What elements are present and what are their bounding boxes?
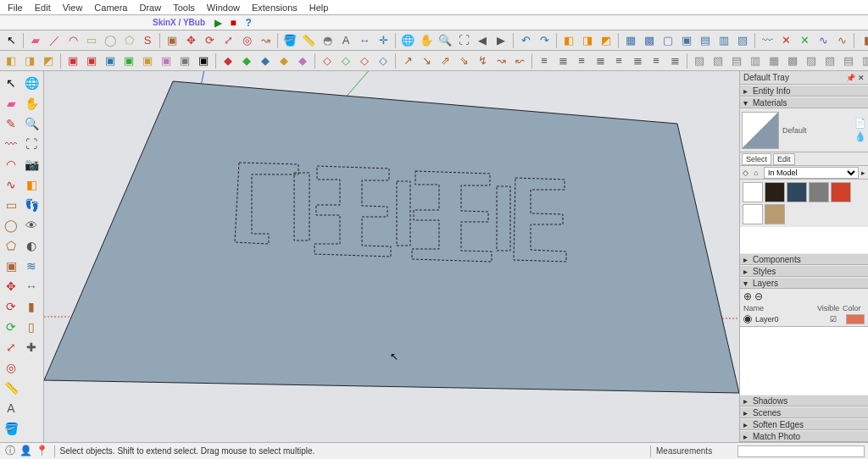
pushpull-tool-icon[interactable]: ▣ bbox=[2, 257, 20, 275]
xray-icon[interactable]: ▦ bbox=[622, 32, 639, 49]
book1-icon[interactable]: ▮ bbox=[858, 32, 868, 49]
section-components[interactable]: ▸ Components bbox=[740, 253, 868, 265]
text-tool-icon[interactable]: A bbox=[2, 399, 20, 418]
grp9-icon[interactable]: ◇ bbox=[375, 53, 392, 69]
dim-tool-icon[interactable]: ↔ bbox=[22, 277, 41, 296]
material-eyedropper-icon[interactable]: 💧 bbox=[854, 131, 866, 143]
tab-select[interactable]: Select bbox=[742, 153, 771, 165]
pan-tool-icon[interactable]: ✋ bbox=[22, 94, 41, 113]
plug5-icon[interactable]: ▣ bbox=[139, 53, 156, 69]
viewport-3d[interactable]: ↖ bbox=[44, 71, 739, 442]
cut-red-icon[interactable]: ✕ bbox=[777, 32, 794, 49]
plug2-icon[interactable]: ▣ bbox=[83, 53, 100, 69]
section-match-photo[interactable]: ▸ Match Photo bbox=[740, 430, 868, 442]
zoom-icon[interactable]: 🔍 bbox=[437, 32, 453, 49]
align1-icon[interactable]: ≡ bbox=[536, 53, 553, 69]
hatch9-icon[interactable]: ▤ bbox=[840, 53, 857, 69]
align4-icon[interactable]: ≣ bbox=[592, 53, 609, 69]
gray-swatch[interactable] bbox=[809, 182, 829, 202]
section-shadows[interactable]: ▸ Shadows bbox=[740, 395, 868, 406]
rect-tool-icon[interactable]: ▭ bbox=[2, 196, 20, 214]
walk-tool-icon[interactable]: 👣 bbox=[22, 196, 41, 214]
section-tool-icon[interactable]: ◧ bbox=[22, 175, 41, 194]
align7-icon[interactable]: ≡ bbox=[648, 53, 665, 69]
select-tool-icon[interactable]: ↖ bbox=[2, 74, 20, 92]
section-cut-icon[interactable]: ◩ bbox=[598, 32, 615, 49]
geo-icon[interactable]: 📍 bbox=[36, 444, 49, 457]
layer-add-icon[interactable]: ⊕ bbox=[743, 290, 752, 302]
pencil-tool-icon[interactable]: ✎ bbox=[2, 114, 20, 133]
follow-tool-icon[interactable]: ⟳ bbox=[2, 318, 20, 336]
fog-tool-icon[interactable]: ≋ bbox=[22, 257, 41, 275]
redo-icon[interactable]: ↷ bbox=[536, 32, 553, 49]
move-tool-icon[interactable]: ✥ bbox=[2, 277, 20, 296]
orbit-icon[interactable]: 🌐 bbox=[399, 32, 416, 49]
backedges-icon[interactable]: ▩ bbox=[641, 32, 658, 49]
section-scenes[interactable]: ▸ Scenes bbox=[740, 406, 868, 418]
path7-icon[interactable]: ↜ bbox=[511, 53, 528, 69]
weld-icon[interactable]: ∿ bbox=[815, 32, 832, 49]
white2-swatch[interactable] bbox=[743, 204, 763, 224]
path1-icon[interactable]: ↗ bbox=[399, 53, 416, 69]
circle-icon[interactable]: ◯ bbox=[102, 32, 119, 49]
grp2-icon[interactable]: ◆ bbox=[238, 53, 255, 69]
shaded-icon[interactable]: ▤ bbox=[697, 32, 714, 49]
followme-icon[interactable]: ↝ bbox=[257, 32, 274, 49]
profile2-tool-icon[interactable]: ▯ bbox=[22, 318, 41, 336]
hatch3-icon[interactable]: ▤ bbox=[728, 53, 745, 69]
red-swatch[interactable] bbox=[831, 182, 851, 202]
layer-visible-checkbox[interactable]: ☑ bbox=[821, 315, 846, 324]
section-soften[interactable]: ▸ Soften Edges bbox=[740, 418, 868, 430]
materials-scope-select[interactable]: In Model bbox=[764, 167, 859, 179]
scale-icon[interactable]: ⤢ bbox=[220, 32, 236, 49]
section-entity-info[interactable]: ▸ Entity Info bbox=[740, 85, 868, 97]
dark-brown-swatch[interactable] bbox=[765, 182, 785, 202]
tan-swatch[interactable] bbox=[765, 204, 785, 224]
plug8-icon[interactable]: ▣ bbox=[195, 53, 212, 69]
prev-view-icon[interactable]: ◀ bbox=[474, 32, 491, 49]
hatch8-icon[interactable]: ▧ bbox=[821, 53, 838, 69]
details-icon[interactable]: ▸ bbox=[861, 169, 865, 177]
grp6-icon[interactable]: ◇ bbox=[319, 53, 336, 69]
profile-tool-icon[interactable]: ▮ bbox=[22, 297, 41, 316]
box3-icon[interactable]: ◩ bbox=[40, 53, 57, 69]
paint-tool-icon[interactable]: 🪣 bbox=[2, 419, 20, 438]
cut-green-icon[interactable]: ✕ bbox=[796, 32, 813, 49]
grp4-icon[interactable]: ◆ bbox=[275, 53, 292, 69]
path2-icon[interactable]: ↘ bbox=[418, 53, 435, 69]
blue-swatch[interactable] bbox=[787, 182, 807, 202]
eraser-tool-icon[interactable]: ▰ bbox=[2, 94, 20, 113]
path4-icon[interactable]: ⇘ bbox=[455, 53, 472, 69]
align3-icon[interactable]: ≡ bbox=[573, 53, 590, 69]
orbit-tool-icon[interactable]: 🌐 bbox=[22, 74, 41, 92]
layer-remove-icon[interactable]: ⊖ bbox=[754, 290, 763, 302]
undo-icon[interactable]: ↶ bbox=[517, 32, 534, 49]
info-icon[interactable]: ⓘ bbox=[3, 445, 17, 458]
grp7-icon[interactable]: ◇ bbox=[337, 53, 354, 69]
plug6-icon[interactable]: ▣ bbox=[158, 53, 175, 69]
grp8-icon[interactable]: ◇ bbox=[356, 53, 373, 69]
bezier-icon[interactable]: S bbox=[139, 32, 156, 49]
person-icon[interactable]: 👤 bbox=[19, 444, 33, 457]
mono-icon[interactable]: ▧ bbox=[734, 32, 751, 49]
measurements-input[interactable] bbox=[737, 445, 865, 457]
next-view-icon[interactable]: ▶ bbox=[492, 32, 509, 49]
zoom-extents-icon[interactable]: ⛶ bbox=[455, 32, 472, 49]
layer-color-swatch[interactable] bbox=[846, 314, 865, 324]
layer-row[interactable]: Layer0 ☑ bbox=[743, 314, 865, 324]
path5-icon[interactable]: ↯ bbox=[474, 53, 491, 69]
align2-icon[interactable]: ≣ bbox=[554, 53, 571, 69]
select-icon[interactable]: ↖ bbox=[3, 32, 19, 49]
layer-active-radio[interactable] bbox=[743, 315, 752, 324]
line-tool-icon[interactable]: 〰 bbox=[2, 135, 20, 153]
menu-edit[interactable]: Edit bbox=[29, 2, 57, 14]
align5-icon[interactable]: ≡ bbox=[610, 53, 627, 69]
scale-tool-icon[interactable]: ⤢ bbox=[2, 338, 20, 357]
axes-icon[interactable]: ✛ bbox=[375, 32, 392, 49]
offset-icon[interactable]: ◎ bbox=[238, 32, 255, 49]
align8-icon[interactable]: ≣ bbox=[666, 53, 683, 69]
menu-window[interactable]: Window bbox=[201, 2, 246, 14]
tab-edit[interactable]: Edit bbox=[773, 153, 795, 165]
grp3-icon[interactable]: ◆ bbox=[257, 53, 274, 69]
home-icon[interactable]: ⌂ bbox=[751, 168, 761, 178]
